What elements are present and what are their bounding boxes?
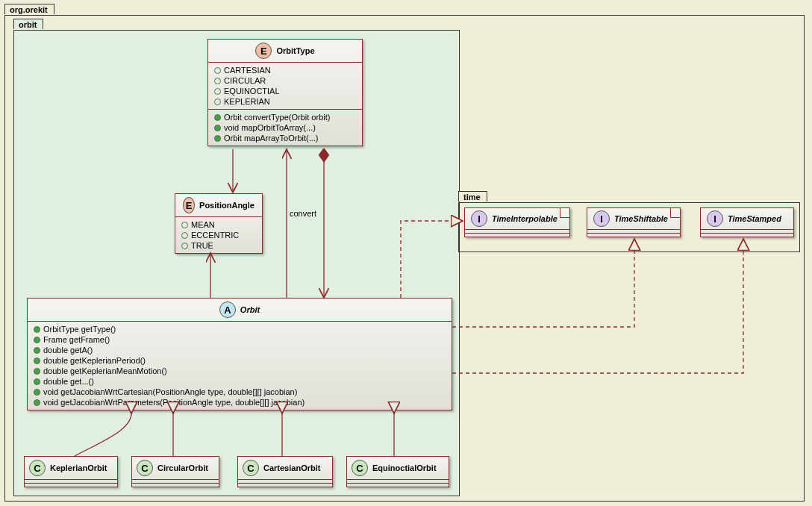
- package-tab-org-orekit: org.orekit: [4, 4, 54, 14]
- method: double getKeplerianMeanMotion(): [43, 366, 167, 375]
- method: double get...(): [43, 377, 94, 386]
- interface-time-interpolable: ITimeInterpolable: [464, 207, 570, 237]
- badge-class-icon: C: [243, 460, 259, 476]
- class-equinoctial-orbit: CEquinoctialOrbit: [346, 456, 449, 487]
- badge-abstract-icon: A: [219, 302, 236, 318]
- class-name: TimeInterpolable: [487, 214, 558, 223]
- class-name: CartesianOrbit: [259, 463, 320, 472]
- method: void getJacobianWrtParameters(PositionAn…: [43, 398, 304, 407]
- enum-value: ECCENTRIC: [191, 231, 239, 240]
- method: Frame getFrame(): [43, 335, 110, 344]
- class-cartesian-orbit: CCartesianOrbit: [237, 456, 333, 487]
- badge-enum-icon: E: [183, 197, 195, 213]
- class-name: TimeStamped: [723, 214, 781, 223]
- enum-value: MEAN: [191, 220, 215, 229]
- badge-class-icon: C: [29, 460, 46, 476]
- class-name: Orbit: [236, 305, 260, 314]
- method: double getA(): [43, 346, 93, 354]
- class-name: TimeShiftable: [610, 214, 668, 223]
- method: Orbit mapArrayToOrbit(...): [224, 134, 319, 143]
- package-tab-orbit: orbit: [13, 19, 43, 29]
- edge-label-convert: convert: [290, 209, 316, 218]
- generic-marker-icon: [670, 208, 680, 218]
- enum-value: KEPLERIAN: [224, 97, 270, 106]
- class-position-angle: E PositionAngle MEAN ECCENTRIC TRUE: [175, 193, 263, 254]
- class-orbit-type: E OrbitType CARTESIAN CIRCULAR EQUINOCTI…: [207, 39, 363, 146]
- interface-time-shiftable: ITimeShiftable: [587, 207, 681, 237]
- badge-class-icon: C: [352, 460, 368, 476]
- class-name: PositionAngle: [195, 201, 254, 210]
- enum-value: CIRCULAR: [224, 76, 266, 85]
- class-name: CircularOrbit: [153, 463, 208, 472]
- method: double getKeplerianPeriod(): [43, 356, 146, 365]
- generic-marker-icon: [560, 208, 569, 218]
- enum-value: EQUINOCTIAL: [224, 87, 280, 96]
- class-name: OrbitType: [272, 46, 314, 55]
- package-tab-time: time: [458, 191, 487, 202]
- method: OrbitType getType(): [43, 325, 116, 334]
- interface-time-stamped: ITimeStamped: [700, 207, 794, 237]
- method: Orbit convertType(Orbit orbit): [224, 113, 330, 122]
- class-orbit: A Orbit OrbitType getType() Frame getFra…: [27, 298, 452, 410]
- class-keplerian-orbit: CKeplerianOrbit: [24, 456, 118, 487]
- badge-enum-icon: E: [255, 43, 272, 59]
- class-name: EquinoctialOrbit: [368, 463, 437, 472]
- badge-interface-icon: I: [471, 210, 487, 227]
- badge-interface-icon: I: [593, 210, 610, 227]
- enum-value: CARTESIAN: [224, 66, 271, 75]
- class-name: KeplerianOrbit: [46, 463, 107, 472]
- method: void getJacobianWrtCartesian(PositionAng…: [43, 387, 297, 396]
- badge-class-icon: C: [137, 460, 153, 476]
- enum-value: TRUE: [191, 241, 213, 250]
- class-circular-orbit: CCircularOrbit: [131, 456, 219, 487]
- method: void mapOrbitToArray(...): [224, 123, 316, 132]
- badge-interface-icon: I: [707, 210, 723, 227]
